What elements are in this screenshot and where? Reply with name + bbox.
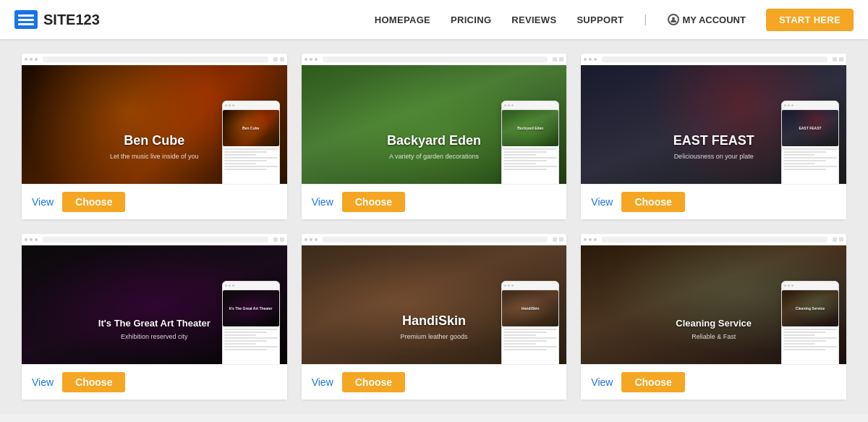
- template-card-ben-cube: Ben Cube Let the music live inside of yo…: [22, 54, 287, 219]
- mobile-line: [783, 160, 826, 161]
- mobile-line: [783, 337, 837, 339]
- mobile-hero-image: Ben Cube: [223, 110, 279, 146]
- mobile-dot: [511, 104, 514, 106]
- site-subtitle: A variety of garden decorations: [389, 153, 479, 160]
- browser-dot: [35, 238, 38, 241]
- choose-button-east-feast[interactable]: Choose: [621, 192, 684, 212]
- mobile-body: [223, 326, 279, 354]
- browser-dot: [594, 58, 597, 61]
- card-preview-handiskin: HandiSkin Premium leather goods HandiSki…: [302, 234, 567, 364]
- browser-btn: [839, 57, 843, 62]
- choose-button-ben-cube[interactable]: Choose: [62, 192, 125, 212]
- mobile-line: [783, 334, 815, 336]
- mobile-line: [224, 343, 256, 345]
- mobile-line: [503, 160, 546, 161]
- mobile-line: [783, 343, 815, 345]
- mobile-hero-image: Backyard Eden: [502, 110, 558, 146]
- mobile-line: [503, 329, 557, 330]
- mobile-line: [224, 157, 278, 159]
- mobile-body: [782, 326, 838, 354]
- mobile-line: [503, 334, 535, 336]
- browser-btn: [833, 57, 837, 62]
- mobile-dot: [229, 284, 231, 287]
- mobile-hero-image: HandiSkin: [502, 290, 558, 326]
- mobile-dot: [791, 284, 793, 287]
- mobile-line: [783, 349, 826, 350]
- browser-dot: [315, 238, 318, 241]
- browser-dot: [310, 238, 312, 241]
- mobile-line: [503, 343, 535, 345]
- mobile-line: [503, 349, 546, 350]
- browser-btn: [280, 237, 284, 242]
- mobile-dot: [511, 284, 514, 287]
- view-button-ben-cube[interactable]: View: [32, 193, 54, 211]
- browser-btn: [273, 57, 278, 62]
- template-card-backyard-eden: Backyard Eden A variety of garden decora…: [302, 54, 567, 219]
- view-button-east-feast[interactable]: View: [591, 193, 613, 211]
- mobile-overlay: EAST FEAST: [781, 101, 839, 184]
- mobile-line: [503, 166, 557, 167]
- mobile-line: [783, 332, 826, 333]
- browser-dot: [589, 58, 592, 61]
- browser-btn: [839, 237, 843, 242]
- view-button-handiskin[interactable]: View: [312, 374, 333, 391]
- mobile-header-bar: [502, 282, 558, 290]
- browser-btn: [553, 237, 557, 242]
- view-button-backyard-eden[interactable]: View: [312, 193, 333, 211]
- template-card-handiskin: HandiSkin Premium leather goods HandiSki…: [302, 234, 567, 400]
- mobile-overlay: Backyard Eden: [501, 101, 559, 184]
- nav-pricing[interactable]: PRICING: [451, 14, 491, 25]
- browser-url-bar: [323, 237, 548, 242]
- browser-dot: [25, 238, 27, 241]
- card-actions-handiskin: View Choose: [302, 364, 567, 400]
- mobile-body: [502, 326, 558, 354]
- mobile-header-bar: [782, 282, 838, 290]
- browser-dot: [310, 58, 312, 61]
- mobile-line: [224, 166, 278, 167]
- browser-bar: [302, 54, 567, 65]
- choose-button-backyard-eden[interactable]: Choose: [342, 192, 405, 212]
- browser-bar: [22, 234, 287, 245]
- start-here-button[interactable]: START HERE: [766, 9, 854, 31]
- browser-dot: [35, 58, 38, 61]
- mobile-hero-text: HandiSkin: [522, 306, 539, 311]
- choose-button-great-art-theater[interactable]: Choose: [62, 372, 125, 392]
- mobile-dot: [508, 104, 510, 106]
- mobile-line: [783, 346, 837, 347]
- mobile-hero-text: Backyard Eden: [517, 126, 543, 130]
- browser-btn: [273, 237, 278, 242]
- mobile-line: [503, 157, 557, 159]
- view-button-great-art-theater[interactable]: View: [32, 374, 54, 391]
- mobile-header-bar: [502, 101, 558, 110]
- choose-button-handiskin[interactable]: Choose: [342, 372, 405, 392]
- mobile-hero-image: Cleaning Service: [782, 290, 838, 326]
- template-card-east-feast: EAST FEAST Deliciousness on your plate E…: [581, 54, 846, 219]
- view-button-the-cleaner[interactable]: View: [591, 374, 613, 391]
- site-title: HandiSkin: [402, 313, 466, 329]
- mobile-hero-text: EAST FEAST: [799, 126, 821, 130]
- browser-url-bar: [323, 56, 548, 62]
- mobile-overlay: HandiSkin: [501, 281, 559, 364]
- my-account-button[interactable]: MY ACCOUNT: [668, 14, 746, 25]
- browser-dot: [584, 238, 587, 241]
- template-card-great-art-theater: It's The Great Art Theater Exhibition re…: [22, 234, 287, 400]
- choose-button-the-cleaner[interactable]: Choose: [621, 372, 684, 392]
- nav-support[interactable]: SUPPORT: [576, 14, 624, 25]
- browser-dot: [305, 58, 307, 61]
- mobile-line: [224, 163, 256, 164]
- browser-bar: [302, 234, 567, 245]
- logo[interactable]: SITE123: [14, 10, 100, 29]
- card-actions-east-feast: View Choose: [581, 184, 846, 219]
- templates-grid: Ben Cube Let the music live inside of yo…: [22, 54, 846, 400]
- mobile-line: [503, 163, 535, 164]
- mobile-line: [224, 151, 267, 153]
- mobile-line: [783, 329, 837, 330]
- mobile-line: [783, 148, 837, 150]
- nav-homepage[interactable]: HOMEPAGE: [375, 14, 430, 25]
- mobile-dot: [784, 104, 786, 106]
- card-preview-backyard-eden: Backyard Eden A variety of garden decora…: [302, 54, 567, 184]
- mobile-dot: [788, 284, 790, 287]
- mobile-body: [782, 146, 838, 174]
- nav-reviews[interactable]: REVIEWS: [511, 14, 556, 25]
- card-actions-the-cleaner: View Choose: [581, 364, 846, 400]
